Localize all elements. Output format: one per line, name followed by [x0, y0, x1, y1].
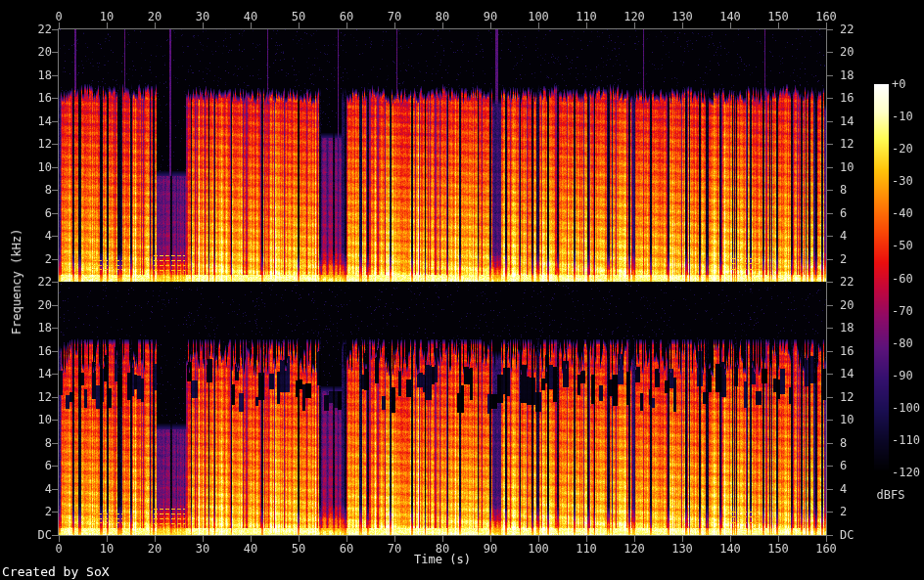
time-tick-label-top: 10	[100, 11, 114, 23]
time-tick-label-bottom: 70	[388, 543, 401, 556]
time-tick-label-bottom: 20	[148, 543, 162, 556]
freq-tick-label-left: 2	[45, 252, 52, 265]
freq-tick-label-left: 18	[38, 322, 52, 335]
freq-tick-label-left: 10	[38, 414, 52, 426]
freq-tick-label-left: 18	[38, 68, 52, 81]
colorbar-tick-label: +0	[892, 78, 905, 91]
freq-tick-label-right: 8	[840, 436, 847, 449]
freq-tick-label-right: 18	[840, 68, 854, 81]
colorbar-tick-label: -50	[892, 240, 913, 252]
time-tick-label-bottom: 150	[767, 543, 789, 556]
freq-tick-label-left: 16	[38, 344, 52, 357]
freq-tick-label-right: 6	[840, 206, 847, 219]
time-tick-label-bottom: 40	[244, 543, 257, 556]
time-tick-label-top: 120	[624, 11, 645, 23]
sox-spectrogram-window: Frequency (kHz) Time (s) dBFS Created by…	[0, 0, 924, 580]
colorbar-tick-label: -110	[892, 433, 920, 446]
freq-tick-label-left: 8	[45, 184, 52, 197]
freq-tick-label-right: 14	[840, 114, 854, 127]
time-tick-label-bottom: 30	[196, 543, 209, 556]
time-tick-label-top: 100	[528, 11, 549, 23]
freq-tick-label-left: 16	[38, 92, 52, 105]
time-tick-label-top: 110	[576, 11, 597, 23]
freq-tick-label-left: 12	[38, 390, 52, 403]
dc-label-left: DC	[38, 528, 52, 542]
freq-tick-label-right: 16	[840, 344, 854, 357]
freq-tick-label-right: 22	[840, 276, 854, 289]
freq-tick-label-right: 18	[840, 322, 854, 335]
freq-tick-label-right: 22	[840, 23, 854, 36]
freq-tick-label-left: 6	[45, 460, 52, 472]
time-tick-label-top: 60	[340, 11, 353, 23]
time-tick-label-top: 130	[671, 11, 693, 23]
freq-tick-label-right: 12	[840, 390, 854, 403]
colorbar-title: dBFS	[877, 488, 905, 502]
time-tick-label-top: 0	[55, 11, 62, 23]
freq-tick-label-left: 4	[45, 230, 52, 243]
freq-tick-label-left: 12	[38, 138, 52, 151]
freq-tick-label-right: 14	[840, 368, 854, 380]
freq-tick-label-left: 22	[38, 23, 52, 36]
frequency-axis-title: Frequency (kHz)	[10, 229, 23, 335]
time-tick-label-bottom: 90	[484, 543, 497, 556]
freq-tick-label-right: 20	[840, 46, 854, 59]
time-tick-label-bottom: 160	[815, 543, 837, 556]
freq-tick-label-right: 4	[840, 482, 847, 495]
time-tick-label-top: 20	[148, 11, 162, 23]
time-tick-label-bottom: 80	[436, 543, 449, 556]
colorbar-tick-label: -60	[892, 272, 913, 285]
colorbar-tick-label: -30	[892, 175, 913, 188]
time-tick-label-top: 50	[292, 11, 305, 23]
time-tick-label-bottom: 50	[292, 543, 305, 556]
freq-tick-label-left: 8	[45, 436, 52, 449]
freq-tick-label-right: 6	[840, 460, 847, 472]
freq-tick-label-right: 2	[840, 252, 847, 265]
time-tick-label-top: 80	[436, 11, 449, 23]
freq-tick-label-right: 10	[840, 160, 854, 173]
time-tick-label-top: 150	[767, 11, 789, 23]
time-tick-label-top: 40	[244, 11, 257, 23]
freq-tick-label-left: 22	[38, 276, 52, 289]
time-tick-label-top: 90	[484, 11, 497, 23]
freq-tick-label-right: 10	[840, 414, 854, 426]
freq-tick-label-left: 20	[38, 46, 52, 59]
colorbar-tick-label: -120	[892, 467, 920, 479]
freq-tick-label-left: 14	[38, 368, 52, 380]
colorbar-tick-label: -100	[892, 401, 920, 414]
time-tick-label-bottom: 140	[719, 543, 741, 556]
spectrogram-canvas	[0, 0, 924, 580]
time-tick-label-bottom: 110	[576, 543, 597, 556]
colorbar-tick-label: -80	[892, 336, 913, 349]
time-tick-label-bottom: 120	[624, 543, 645, 556]
time-tick-label-top: 30	[196, 11, 209, 23]
colorbar-tick-label: -90	[892, 369, 913, 381]
freq-tick-label-left: 2	[45, 506, 52, 518]
freq-tick-label-left: 10	[38, 160, 52, 173]
freq-tick-label-right: 4	[840, 230, 847, 243]
colorbar-tick-label: -10	[892, 111, 913, 123]
colorbar-tick-label: -40	[892, 207, 913, 220]
freq-tick-label-left: 6	[45, 206, 52, 219]
freq-tick-label-right: 20	[840, 298, 854, 311]
freq-tick-label-right: 12	[840, 138, 854, 151]
colorbar-tick-label: -20	[892, 143, 913, 156]
time-tick-label-bottom: 10	[100, 543, 114, 556]
freq-tick-label-left: 14	[38, 114, 52, 127]
freq-tick-label-right: 8	[840, 184, 847, 197]
freq-tick-label-right: 2	[840, 506, 847, 518]
freq-tick-label-left: 4	[45, 482, 52, 495]
freq-tick-label-left: 20	[38, 298, 52, 311]
time-tick-label-top: 140	[719, 11, 741, 23]
time-tick-label-top: 160	[815, 11, 837, 23]
time-tick-label-bottom: 100	[528, 543, 549, 556]
time-tick-label-bottom: 0	[55, 543, 62, 556]
time-tick-label-top: 70	[388, 11, 401, 23]
colorbar-tick-label: -70	[892, 304, 913, 317]
dc-label-right: DC	[840, 528, 854, 542]
time-tick-label-bottom: 130	[671, 543, 693, 556]
time-tick-label-bottom: 60	[340, 543, 353, 556]
sox-credit-text: Created by SoX	[2, 564, 110, 579]
freq-tick-label-right: 16	[840, 92, 854, 105]
